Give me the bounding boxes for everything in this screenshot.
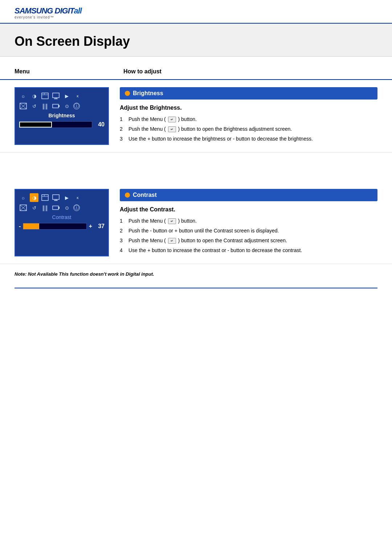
contrast-step-4: 4 Use the + button to increase the contr… (120, 247, 377, 254)
svg-rect-3 (53, 93, 59, 98)
contrast-slider-row: - + 37 (19, 223, 105, 230)
brightness-content-section: ☼ ◑ ▶ ĸ ↺ ∥∥ ⊙ ⓘ Brightness (0, 80, 392, 153)
brightness-step-1: 1 Push the Menu ( ↵ ) button. (120, 116, 377, 123)
contrast-icon: ◑ (30, 92, 38, 100)
k-icon: ĸ (73, 92, 82, 100)
brightness-step-3-text: Use the + button to increase the brightn… (128, 135, 313, 143)
contrast-info-icon: ⓘ (73, 204, 80, 211)
brightness-value: 40 (94, 121, 105, 128)
battery-icon (52, 102, 60, 110)
note-text: Note: Not Available This function doesn'… (15, 271, 377, 277)
svg-rect-12 (42, 195, 48, 200)
brightness-step-2: 2 Push the Menu ( ↵ ) button to open the… (120, 125, 377, 133)
contrast-adjust-title: Adjust the Contrast. (120, 206, 377, 213)
brightness-slider-row: 40 (19, 121, 105, 128)
brightness-step-3: 3 Use the + button to increase the brigh… (120, 135, 377, 143)
tagline: everyone's invited™ (15, 15, 377, 19)
brightness-osd-label: Brightness (19, 113, 105, 118)
brightness-adjust-content: Brightness Adjust the Brightness. 1 Push… (120, 87, 377, 145)
contrast-icons-bottom-row: ↺ ∥∥ ⊙ ⓘ (19, 203, 105, 212)
brightness-osd-panel: ☼ ◑ ▶ ĸ ↺ ∥∥ ⊙ ⓘ Brightness (15, 87, 109, 145)
contrast-osd-label: Contrast (19, 214, 105, 220)
svg-rect-22 (53, 206, 58, 210)
contrast-minus: - (19, 223, 21, 230)
contrast-slider-bg (23, 223, 86, 230)
brightness-slider-fill (19, 122, 52, 127)
contrast-icons-top-row: ☼ ◑ ▶ ĸ (19, 193, 105, 202)
contrast-circle-icon: ◑ (30, 193, 38, 202)
brightness-header-bar: Brightness (120, 87, 377, 100)
svg-rect-15 (53, 195, 59, 199)
contrast-dot (125, 193, 130, 198)
contrast-steps-list: 1 Push the Menu ( ↵ ) button. 2 Push the… (120, 217, 377, 254)
brightness-adjust-title: Adjust the Brightness. (120, 105, 377, 111)
sun-icon: ☼ (19, 92, 28, 100)
svg-rect-0 (42, 93, 48, 99)
image-icon (41, 92, 49, 100)
contrast-battery-icon (52, 203, 60, 212)
contrast-monitor-icon (52, 193, 60, 202)
contrast-sun-icon: ☼ (19, 193, 28, 202)
brightness-header-label: Brightness (133, 90, 163, 97)
contrast-plus: + (89, 223, 92, 230)
brightness-dot (125, 91, 130, 96)
contrast-content-section: ☼ ◑ ▶ ĸ ↺ ∥∥ ⊙ ⓘ Contrast - (0, 182, 392, 264)
column-menu-label: Menu (15, 68, 123, 75)
osd-icons-top-row: ☼ ◑ ▶ ĸ (19, 92, 105, 100)
spacer-1 (0, 156, 392, 171)
samsung-text: SAMSUNG DIGIT (15, 6, 74, 15)
brightness-slider-bg (19, 121, 92, 128)
info-icon: ⓘ (73, 103, 80, 109)
page-title: On Screen Display (15, 34, 377, 49)
monitor-icon (52, 92, 60, 100)
all-text: all (74, 6, 81, 15)
contrast-step-1: 1 Push the Menu ( ↵ ) button. (120, 217, 377, 225)
contrast-header-label: Contrast (133, 192, 157, 198)
svg-rect-11 (58, 105, 60, 107)
contrast-adjust-content: Contrast Adjust the Contrast. 1 Push the… (120, 189, 377, 256)
samsung-logo: SAMSUNG DIGITall everyone's invited™ (15, 7, 377, 19)
svg-rect-23 (58, 207, 60, 209)
menu-btn-icon-2: ↵ (168, 126, 176, 132)
contrast-menu-btn-1: ↵ (168, 218, 176, 224)
contrast-step-3: 3 Push the Menu ( ↵ ) button to open the… (120, 237, 377, 244)
header: SAMSUNG DIGITall everyone's invited™ (0, 0, 392, 24)
column-headers: Menu How to adjust (0, 64, 392, 80)
note-section: Note: Not Available This function doesn'… (0, 268, 392, 288)
contrast-menu-btn-3: ↵ (168, 238, 176, 244)
contrast-slider-fill (23, 223, 39, 229)
contrast-step-4-text: Use the + button to increase the contras… (128, 247, 302, 254)
contrast-k-icon: ĸ (73, 193, 82, 202)
contrast-step-2-text: Push the - button or + button until the … (128, 227, 279, 235)
magnify-icon (19, 102, 28, 110)
contrast-value: 37 (94, 223, 105, 230)
column-how-label: How to adjust (123, 68, 377, 75)
contrast-step-2: 2 Push the - button or + button until th… (120, 227, 377, 235)
film-icon: ▶ (62, 92, 71, 100)
contrast-osd-panel: ☼ ◑ ▶ ĸ ↺ ∥∥ ⊙ ⓘ Contrast - (15, 189, 109, 256)
menu-btn-icon-1: ↵ (168, 117, 176, 122)
osd-icons-bottom-row: ↺ ∥∥ ⊙ ⓘ (19, 102, 105, 110)
contrast-rotate-icon: ↺ (30, 203, 38, 212)
contrast-image-icon (41, 193, 49, 202)
contrast-header-bar: Contrast (120, 189, 377, 201)
contrast-magnify-icon (19, 203, 28, 212)
brand-name: SAMSUNG DIGITall (15, 7, 377, 15)
svg-rect-10 (53, 104, 58, 108)
contrast-clock-icon: ⊙ (62, 203, 71, 212)
bars-icon: ∥∥ (41, 102, 49, 110)
clock-icon: ⊙ (62, 102, 71, 110)
page-title-section: On Screen Display (0, 24, 392, 57)
brightness-steps-list: 1 Push the Menu ( ↵ ) button. 2 Push the… (120, 116, 377, 143)
contrast-film-icon: ▶ (62, 193, 71, 202)
rotate-icon: ↺ (30, 102, 38, 110)
footer-line (15, 288, 377, 288)
contrast-bars-icon: ∥∥ (41, 203, 49, 212)
